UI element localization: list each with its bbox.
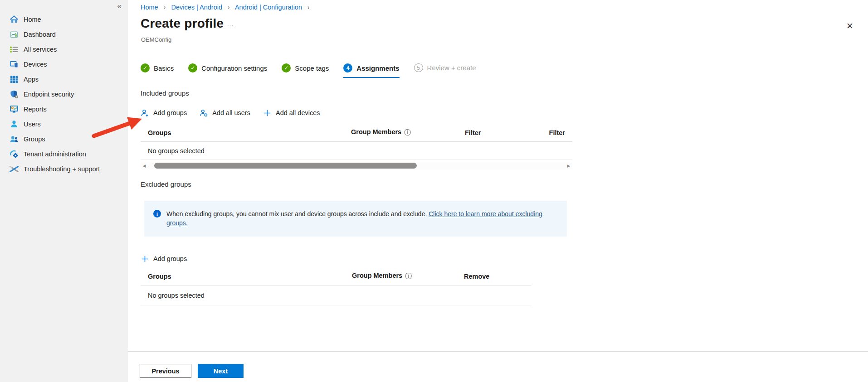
- breadcrumb: Home › Devices | Android › Android | Con…: [141, 4, 313, 11]
- sidebar-item-reports[interactable]: Reports: [0, 102, 128, 116]
- info-banner-text: When excluding groups, you cannot mix us…: [166, 209, 560, 229]
- info-icon: i: [153, 210, 161, 218]
- breadcrumb-home[interactable]: Home: [141, 4, 158, 11]
- sidebar-item-label: Dashboard: [24, 31, 56, 38]
- collapse-sidebar-icon[interactable]: «: [117, 2, 122, 11]
- people-icon: [200, 109, 208, 117]
- tab-review-create[interactable]: 5 Review + create: [414, 63, 476, 77]
- close-icon[interactable]: ✕: [846, 22, 853, 30]
- breadcrumb-separator: ›: [164, 4, 166, 11]
- sidebar-item-label: Groups: [24, 135, 45, 143]
- excluded-empty-row: No groups selected: [141, 285, 531, 305]
- column-group-members: Group Membersⓘ: [352, 272, 464, 280]
- sidebar-item-home[interactable]: Home: [0, 12, 128, 27]
- column-remove: Remove: [464, 273, 531, 280]
- group-icon: [10, 135, 19, 144]
- page-subtitle: OEMConfig: [141, 36, 171, 43]
- next-button[interactable]: Next: [198, 364, 244, 378]
- included-empty-row: No groups selected: [141, 142, 572, 160]
- tab-assignments[interactable]: 4 Assignments: [343, 63, 399, 78]
- sidebar-item-label: Devices: [24, 61, 47, 68]
- sidebar-item-label: Tenant administration: [24, 150, 86, 158]
- home-icon: [10, 15, 19, 24]
- tab-basics[interactable]: ✓ Basics: [141, 63, 174, 78]
- sidebar-item-all-services[interactable]: All services: [0, 42, 128, 57]
- empty-state-text: No groups selected: [148, 292, 205, 299]
- excluded-groups-table: Groups Group Membersⓘ Remove No groups s…: [141, 267, 531, 305]
- person-add-icon: [141, 109, 149, 117]
- sidebar-item-users[interactable]: Users: [0, 116, 128, 131]
- sidebar-item-dashboard[interactable]: Dashboard: [0, 27, 128, 42]
- column-filter: Filter: [465, 129, 546, 136]
- excluded-groups-heading: Excluded groups: [141, 180, 191, 188]
- main-content: Home › Devices | Android › Android | Con…: [128, 0, 868, 382]
- sidebar-item-groups[interactable]: Groups: [0, 131, 128, 146]
- devices-icon: [10, 60, 19, 69]
- add-groups-label: Add groups: [153, 109, 187, 116]
- add-all-devices-label: Add all devices: [276, 109, 320, 116]
- included-table-header: Groups Group Membersⓘ Filter Filter: [141, 124, 572, 142]
- breadcrumb-android-configuration[interactable]: Android | Configuration: [235, 4, 302, 11]
- sidebar: « Home Dashboard All services Devices: [0, 0, 128, 382]
- apps-icon: [10, 75, 19, 84]
- info-banner: i When excluding groups, you cannot mix …: [144, 201, 567, 237]
- scrollbar-track[interactable]: [148, 163, 565, 169]
- column-group-members: Group Membersⓘ: [351, 128, 465, 137]
- tab-scope-tags[interactable]: ✓ Scope tags: [282, 63, 329, 78]
- page-title: Create profile: [141, 16, 224, 31]
- wizard-steps: ✓ Basics ✓ Configuration settings ✓ Scop…: [141, 63, 476, 78]
- included-actions: Add groups Add all users Add all devices: [141, 106, 320, 120]
- step-label: Scope tags: [295, 64, 329, 72]
- step-label: Review + create: [427, 64, 476, 72]
- shield-gear-icon: [10, 90, 19, 99]
- sidebar-item-label: Reports: [24, 106, 47, 113]
- horizontal-scrollbar: ◀ ▶: [141, 162, 572, 169]
- breadcrumb-separator: ›: [228, 4, 230, 11]
- add-all-users-button[interactable]: Add all users: [200, 109, 250, 117]
- column-groups: Groups: [148, 273, 352, 280]
- scroll-right-icon[interactable]: ▶: [565, 164, 572, 168]
- step-number-icon: 5: [414, 63, 423, 72]
- reports-icon: [10, 105, 19, 114]
- sidebar-item-label: Home: [24, 16, 41, 23]
- user-icon: [10, 120, 19, 129]
- sidebar-item-label: Users: [24, 121, 41, 128]
- info-icon[interactable]: ⓘ: [404, 128, 411, 137]
- empty-state-text: No groups selected: [148, 147, 205, 155]
- plus-icon: [141, 255, 149, 263]
- step-label: Assignments: [356, 64, 399, 72]
- sidebar-item-label: Endpoint security: [24, 91, 74, 98]
- step-complete-icon: ✓: [282, 63, 291, 73]
- column-groups: Groups: [148, 129, 351, 136]
- sidebar-item-apps[interactable]: Apps: [0, 72, 128, 87]
- sidebar-item-label: All services: [24, 46, 57, 53]
- step-label: Basics: [154, 64, 174, 72]
- scroll-left-icon[interactable]: ◀: [141, 164, 148, 168]
- footer-divider: [128, 351, 868, 352]
- sidebar-item-troubleshooting[interactable]: Troubleshooting + support: [0, 161, 128, 176]
- column-filter-2: Filter: [546, 129, 565, 136]
- step-label: Configuration settings: [201, 64, 267, 72]
- sidebar-nav: Home Dashboard All services Devices Apps: [0, 0, 128, 176]
- sidebar-item-endpoint-security[interactable]: Endpoint security: [0, 87, 128, 102]
- excluded-actions: Add groups: [141, 252, 187, 266]
- excluded-add-groups-label: Add groups: [153, 255, 187, 262]
- plus-icon: [263, 109, 272, 117]
- sidebar-item-devices[interactable]: Devices: [0, 57, 128, 72]
- tab-configuration-settings[interactable]: ✓ Configuration settings: [188, 63, 267, 78]
- included-groups-table: Groups Group Membersⓘ Filter Filter No g…: [141, 124, 572, 169]
- excluded-add-groups-button[interactable]: Add groups: [141, 255, 187, 263]
- breadcrumb-devices-android[interactable]: Devices | Android: [171, 4, 222, 11]
- included-groups-heading: Included groups: [141, 89, 189, 97]
- add-all-users-label: Add all users: [212, 109, 250, 116]
- add-all-devices-button[interactable]: Add all devices: [263, 109, 320, 117]
- more-options-icon[interactable]: …: [227, 20, 234, 28]
- sidebar-item-tenant-administration[interactable]: Tenant administration: [0, 146, 128, 161]
- step-complete-icon: ✓: [141, 63, 150, 73]
- tenant-admin-icon: [10, 150, 19, 159]
- scrollbar-thumb[interactable]: [154, 163, 417, 169]
- dashboard-icon: [10, 30, 19, 39]
- info-icon[interactable]: ⓘ: [405, 272, 412, 280]
- add-groups-button[interactable]: Add groups: [141, 109, 187, 117]
- previous-button[interactable]: Previous: [140, 364, 191, 378]
